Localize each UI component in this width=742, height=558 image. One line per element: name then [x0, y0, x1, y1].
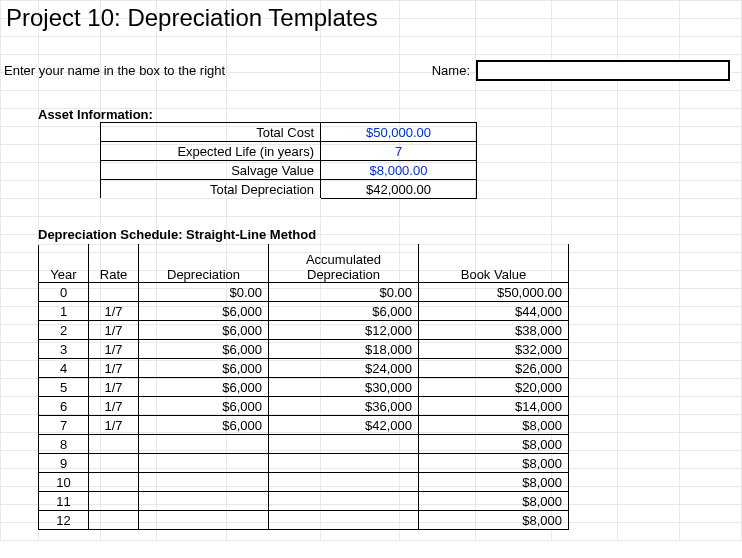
- table-row: 31/7$6,000$18,000$32,000: [39, 340, 569, 359]
- table-row: 12$8,000: [39, 511, 569, 530]
- cell-acc[interactable]: [269, 511, 419, 530]
- asset-info-table: Total Cost $50,000.00 Expected Life (in …: [100, 122, 477, 199]
- cell-dep[interactable]: $6,000: [139, 397, 269, 416]
- salvage-value[interactable]: $8,000.00: [321, 161, 477, 180]
- cell-rate[interactable]: 1/7: [89, 397, 139, 416]
- cell-bv[interactable]: $8,000: [419, 416, 569, 435]
- col-bv: Book Value: [419, 245, 569, 283]
- total-cost-label: Total Cost: [101, 123, 321, 142]
- table-row: 41/7$6,000$24,000$26,000: [39, 359, 569, 378]
- cell-dep[interactable]: $0.00: [139, 283, 269, 302]
- cell-acc[interactable]: $36,000: [269, 397, 419, 416]
- cell-rate[interactable]: 1/7: [89, 340, 139, 359]
- cell-dep[interactable]: $6,000: [139, 302, 269, 321]
- schedule-section-heading: Depreciation Schedule: Straight-Line Met…: [0, 227, 742, 242]
- col-dep: Depreciation: [139, 245, 269, 283]
- cell-year[interactable]: 12: [39, 511, 89, 530]
- cell-rate[interactable]: [89, 511, 139, 530]
- cell-year[interactable]: 2: [39, 321, 89, 340]
- table-row: 10$8,000: [39, 473, 569, 492]
- cell-dep[interactable]: [139, 473, 269, 492]
- table-row: 51/7$6,000$30,000$20,000: [39, 378, 569, 397]
- cell-bv[interactable]: $14,000: [419, 397, 569, 416]
- cell-acc[interactable]: $12,000: [269, 321, 419, 340]
- cell-bv[interactable]: $26,000: [419, 359, 569, 378]
- cell-year[interactable]: 5: [39, 378, 89, 397]
- life-value[interactable]: 7: [321, 142, 477, 161]
- cell-acc[interactable]: $0.00: [269, 283, 419, 302]
- total-dep-label: Total Depreciation: [101, 180, 321, 199]
- cell-acc[interactable]: $18,000: [269, 340, 419, 359]
- cell-acc[interactable]: [269, 473, 419, 492]
- life-label: Expected Life (in years): [101, 142, 321, 161]
- asset-section-heading: Asset Information:: [0, 107, 742, 122]
- cell-rate[interactable]: 1/7: [89, 378, 139, 397]
- cell-acc[interactable]: $6,000: [269, 302, 419, 321]
- table-row: 9$8,000: [39, 454, 569, 473]
- cell-dep[interactable]: $6,000: [139, 359, 269, 378]
- cell-bv[interactable]: $20,000: [419, 378, 569, 397]
- cell-bv[interactable]: $50,000.00: [419, 283, 569, 302]
- cell-acc[interactable]: $30,000: [269, 378, 419, 397]
- col-acc: Accumulated Depreciation: [269, 245, 419, 283]
- table-row: 0$0.00$0.00$50,000.00: [39, 283, 569, 302]
- cell-dep[interactable]: $6,000: [139, 340, 269, 359]
- cell-year[interactable]: 4: [39, 359, 89, 378]
- cell-bv[interactable]: $8,000: [419, 473, 569, 492]
- col-rate: Rate: [89, 245, 139, 283]
- cell-rate[interactable]: [89, 435, 139, 454]
- cell-rate[interactable]: 1/7: [89, 321, 139, 340]
- cell-bv[interactable]: $8,000: [419, 492, 569, 511]
- table-row: 8$8,000: [39, 435, 569, 454]
- table-row: 71/7$6,000$42,000$8,000: [39, 416, 569, 435]
- cell-dep[interactable]: [139, 492, 269, 511]
- cell-rate[interactable]: 1/7: [89, 359, 139, 378]
- cell-year[interactable]: 11: [39, 492, 89, 511]
- cell-bv[interactable]: $44,000: [419, 302, 569, 321]
- cell-acc[interactable]: [269, 454, 419, 473]
- schedule-table: Year Rate Depreciation Accumulated Depre…: [38, 244, 569, 530]
- cell-acc[interactable]: $42,000: [269, 416, 419, 435]
- cell-dep[interactable]: [139, 511, 269, 530]
- table-row: 11/7$6,000$6,000$44,000: [39, 302, 569, 321]
- cell-dep[interactable]: $6,000: [139, 416, 269, 435]
- name-prompt: Enter your name in the box to the right: [0, 63, 396, 78]
- cell-rate[interactable]: [89, 492, 139, 511]
- cell-bv[interactable]: $32,000: [419, 340, 569, 359]
- col-year: Year: [39, 245, 89, 283]
- cell-dep[interactable]: $6,000: [139, 321, 269, 340]
- table-row: 11$8,000: [39, 492, 569, 511]
- total-cost-value[interactable]: $50,000.00: [321, 123, 477, 142]
- cell-year[interactable]: 8: [39, 435, 89, 454]
- cell-bv[interactable]: $8,000: [419, 435, 569, 454]
- cell-dep[interactable]: $6,000: [139, 378, 269, 397]
- cell-year[interactable]: 1: [39, 302, 89, 321]
- cell-bv[interactable]: $8,000: [419, 454, 569, 473]
- cell-rate[interactable]: [89, 473, 139, 492]
- cell-year[interactable]: 10: [39, 473, 89, 492]
- cell-year[interactable]: 7: [39, 416, 89, 435]
- cell-acc[interactable]: [269, 435, 419, 454]
- cell-rate[interactable]: [89, 283, 139, 302]
- name-input[interactable]: [476, 60, 730, 81]
- cell-year[interactable]: 6: [39, 397, 89, 416]
- cell-year[interactable]: 0: [39, 283, 89, 302]
- table-row: 21/7$6,000$12,000$38,000: [39, 321, 569, 340]
- cell-acc[interactable]: $24,000: [269, 359, 419, 378]
- cell-year[interactable]: 3: [39, 340, 89, 359]
- cell-dep[interactable]: [139, 435, 269, 454]
- page-title: Project 10: Depreciation Templates: [0, 0, 742, 37]
- salvage-label: Salvage Value: [101, 161, 321, 180]
- total-dep-value: $42,000.00: [321, 180, 477, 199]
- name-label: Name:: [396, 63, 476, 78]
- cell-acc[interactable]: [269, 492, 419, 511]
- cell-rate[interactable]: 1/7: [89, 302, 139, 321]
- cell-dep[interactable]: [139, 454, 269, 473]
- table-row: 61/7$6,000$36,000$14,000: [39, 397, 569, 416]
- cell-rate[interactable]: 1/7: [89, 416, 139, 435]
- cell-bv[interactable]: $38,000: [419, 321, 569, 340]
- cell-bv[interactable]: $8,000: [419, 511, 569, 530]
- cell-year[interactable]: 9: [39, 454, 89, 473]
- cell-rate[interactable]: [89, 454, 139, 473]
